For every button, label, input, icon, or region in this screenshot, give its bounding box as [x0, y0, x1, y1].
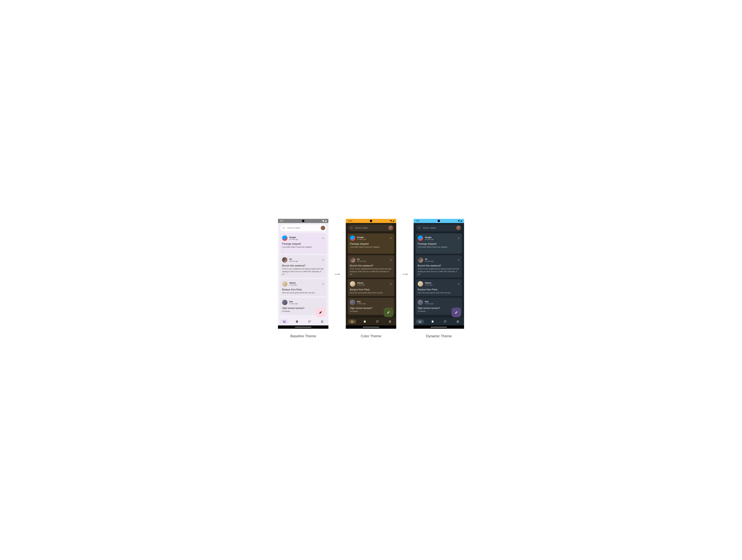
compose-fab[interactable]: [316, 308, 325, 317]
message-card[interactable]: Allison 1 hour ago ☆ Bonjour from Paris …: [280, 279, 326, 296]
people-icon: [456, 320, 459, 323]
message-snippet: Here are some great shots from my trip..…: [350, 292, 392, 294]
message-subject: Bonjour from Paris: [350, 288, 392, 291]
message-snippet-more: …: [418, 249, 460, 252]
svg-line-18: [420, 228, 420, 229]
profile-avatar[interactable]: [388, 226, 393, 230]
status-bar: 9:57: [278, 219, 328, 223]
message-snippet: Cucumber Mask Facial has shipped.: [282, 246, 324, 249]
search-placeholder: Search replies: [423, 227, 454, 229]
edit-icon: [387, 311, 390, 314]
search-icon: [418, 226, 421, 229]
message-time: 40 mins ago: [425, 260, 456, 262]
nav-inbox[interactable]: [348, 319, 356, 324]
star-icon[interactable]: ☆: [390, 282, 392, 286]
message-card[interactable]: Google20 mins ago ☆ Package shipped! Cuc…: [416, 234, 462, 254]
arrow-icon: ⟶: [334, 272, 340, 276]
message-time: 1 hour ago: [357, 284, 388, 286]
sender-avatar: [418, 300, 423, 305]
sender-name: Ali: [357, 258, 388, 260]
message-time: 2 hours ago: [357, 303, 392, 305]
nav-chat[interactable]: [441, 319, 449, 324]
sender-name: Google: [357, 236, 388, 239]
signal-icon: [325, 220, 326, 222]
star-icon[interactable]: ☆: [390, 237, 392, 240]
inbox-icon: [351, 320, 354, 323]
message-card[interactable]: Ali40 mins ago ☆ Brunch this weekend? I'…: [348, 255, 394, 277]
star-icon[interactable]: ☆: [322, 258, 324, 262]
search-bar[interactable]: Search replies: [280, 224, 326, 231]
star-icon[interactable]: ☆: [458, 237, 460, 240]
svg-rect-13: [351, 322, 353, 322]
sender-avatar: [418, 236, 423, 241]
nav-article[interactable]: [429, 319, 437, 324]
message-card[interactable]: Allison1 hour ago ☆ Bonjour from Paris H…: [416, 279, 462, 296]
caption-dynamic: Dynamic Theme: [426, 334, 452, 338]
message-card[interactable]: Ali40 mins ago ☆ Brunch this weekend? I'…: [416, 255, 462, 277]
search-bar[interactable]: Search replies: [416, 224, 462, 231]
compose-fab[interactable]: [384, 308, 393, 317]
message-snippet: Cucumber Mask Facial has shipped.: [350, 246, 392, 249]
gesture-handle[interactable]: [295, 327, 311, 327]
message-snippet: Here are some great shots from my trip..…: [282, 292, 324, 294]
star-icon[interactable]: ☆: [458, 258, 460, 262]
message-card[interactable]: Ali 40 mins ago ☆ Brunch this weekend? I…: [280, 255, 326, 277]
search-placeholder: Search replies: [355, 227, 386, 229]
gesture-handle[interactable]: [431, 327, 447, 327]
svg-rect-20: [419, 322, 421, 322]
signal-icon: [460, 220, 462, 222]
message-snippet: I'll be in your neighborhood doing erran…: [350, 268, 392, 275]
svg-line-1: [284, 228, 285, 229]
people-icon: [321, 320, 324, 323]
svg-line-11: [352, 228, 353, 229]
nav-inbox[interactable]: [280, 319, 288, 324]
compose-fab[interactable]: [452, 308, 461, 317]
nav-chat[interactable]: [306, 319, 314, 324]
sender-name: Kim: [357, 301, 392, 303]
nav-article[interactable]: [293, 319, 301, 324]
star-icon[interactable]: ☆: [322, 282, 324, 286]
search-bar[interactable]: Search replies: [348, 224, 394, 231]
svg-point-23: [458, 321, 459, 321]
message-snippet: Here are some great shots from my trip..…: [418, 292, 460, 294]
message-card[interactable]: Google20 mins ago ☆ Package shipped! Cuc…: [348, 234, 394, 254]
message-card[interactable]: Google 20 mins ago ☆ Package shipped! Cu…: [280, 234, 326, 254]
sender-avatar: [282, 281, 287, 287]
sender-name: Kim: [289, 301, 324, 303]
front-camera-icon: [438, 220, 440, 222]
nav-chat[interactable]: [373, 319, 381, 324]
message-subject: Brunch this weekend?: [418, 264, 460, 267]
message-list[interactable]: Google20 mins ago ☆ Package shipped! Cuc…: [348, 234, 394, 318]
nav-inbox[interactable]: [416, 319, 424, 324]
nav-article[interactable]: [361, 319, 369, 324]
wifi-icon: [458, 220, 460, 222]
message-subject: Brunch this weekend?: [350, 264, 392, 267]
nav-people[interactable]: [386, 319, 394, 324]
profile-avatar[interactable]: [456, 226, 461, 230]
star-icon[interactable]: ☆: [322, 237, 324, 240]
nav-people[interactable]: [454, 319, 462, 324]
sender-name: Kim: [425, 301, 460, 303]
star-icon[interactable]: ☆: [458, 282, 460, 286]
app-body: Search replies Google 20 mins ago ☆ Pack…: [278, 223, 328, 318]
message-list[interactable]: Google 20 mins ago ☆ Package shipped! Cu…: [280, 234, 326, 318]
sender-avatar: [350, 281, 355, 287]
app-body: Search replies Google20 mins ago ☆ Packa…: [346, 223, 396, 318]
message-snippet-more: …: [282, 249, 324, 252]
message-list[interactable]: Google20 mins ago ☆ Package shipped! Cuc…: [416, 234, 462, 318]
message-subject: Bonjour from Paris: [282, 288, 324, 291]
svg-point-9: [322, 321, 323, 321]
sender-name: Ali: [425, 258, 456, 260]
sender-avatar: [418, 281, 423, 287]
message-card[interactable]: Allison1 hour ago ☆ Bonjour from Paris H…: [348, 279, 394, 296]
gesture-handle[interactable]: [363, 327, 379, 327]
sender-name: Google: [289, 236, 320, 239]
signal-icon: [392, 220, 394, 222]
message-subject: Package shipped!: [350, 243, 392, 245]
inbox-icon: [283, 320, 286, 323]
nav-people[interactable]: [318, 319, 326, 324]
profile-avatar[interactable]: [321, 226, 325, 230]
sender-avatar: [282, 236, 287, 241]
search-icon: [350, 226, 353, 229]
star-icon[interactable]: ☆: [390, 258, 392, 262]
